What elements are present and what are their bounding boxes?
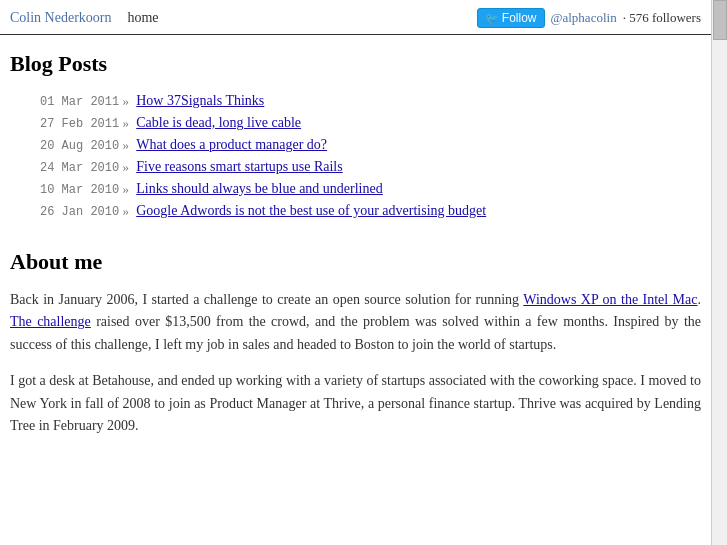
list-item: 27 Feb 2011 » Cable is dead, long live c… bbox=[10, 115, 701, 131]
post-separator: » bbox=[119, 181, 132, 197]
post-link[interactable]: Five reasons smart startups use Rails bbox=[136, 159, 342, 175]
post-separator: » bbox=[119, 115, 132, 131]
challenge-link[interactable]: The challenge bbox=[10, 314, 91, 329]
list-item: 26 Jan 2010 » Google Adwords is not the … bbox=[10, 203, 701, 219]
home-link[interactable]: home bbox=[127, 10, 158, 25]
header-nav: home bbox=[127, 10, 158, 26]
post-date: 10 Mar 2010 bbox=[40, 183, 119, 197]
post-separator: » bbox=[119, 203, 132, 219]
blog-posts-title: Blog Posts bbox=[10, 51, 701, 77]
list-item: 01 Mar 2011 » How 37Signals Thinks bbox=[10, 93, 701, 109]
post-date: 24 Mar 2010 bbox=[40, 161, 119, 175]
list-item: 24 Mar 2010 » Five reasons smart startup… bbox=[10, 159, 701, 175]
main-content: Blog Posts 01 Mar 2011 » How 37Signals T… bbox=[0, 35, 711, 471]
list-item: 10 Mar 2010 » Links should always be blu… bbox=[10, 181, 701, 197]
scrollbar-thumb[interactable] bbox=[713, 0, 727, 40]
site-name-link[interactable]: Colin Nederkoorn bbox=[10, 10, 111, 26]
scrollbar[interactable] bbox=[711, 0, 727, 545]
post-date: 26 Jan 2010 bbox=[40, 205, 119, 219]
post-separator: » bbox=[119, 137, 132, 153]
post-date: 27 Feb 2011 bbox=[40, 117, 119, 131]
about-paragraph-1: Back in January 2006, I started a challe… bbox=[10, 289, 701, 356]
post-date: 20 Aug 2010 bbox=[40, 139, 119, 153]
post-link[interactable]: Cable is dead, long live cable bbox=[136, 115, 301, 131]
header-right: 🐦 Follow @alphacolin · 576 followers bbox=[477, 8, 701, 28]
post-link[interactable]: How 37Signals Thinks bbox=[136, 93, 264, 109]
post-separator: » bbox=[119, 159, 132, 175]
follow-label: Follow bbox=[502, 11, 537, 25]
blog-posts-section: Blog Posts 01 Mar 2011 » How 37Signals T… bbox=[10, 51, 701, 219]
twitter-handle[interactable]: @alphacolin bbox=[551, 10, 617, 26]
post-link[interactable]: What does a product manager do? bbox=[136, 137, 327, 153]
follow-button[interactable]: 🐦 Follow bbox=[477, 8, 545, 28]
list-item: 20 Aug 2010 » What does a product manage… bbox=[10, 137, 701, 153]
about-paragraph-2: I got a desk at Betahouse, and ended up … bbox=[10, 370, 701, 437]
about-text-post: raised over $13,500 from the crowd, and … bbox=[10, 314, 701, 351]
about-title: About me bbox=[10, 249, 701, 275]
about-text-pre: Back in January 2006, I started a challe… bbox=[10, 292, 523, 307]
post-separator: » bbox=[119, 93, 132, 109]
post-date: 01 Mar 2011 bbox=[40, 95, 119, 109]
followers-count: · 576 followers bbox=[623, 10, 701, 26]
windows-xp-link[interactable]: Windows XP on the Intel Mac bbox=[523, 292, 697, 307]
site-header: Colin Nederkoorn home 🐦 Follow @alphacol… bbox=[0, 0, 711, 35]
post-link[interactable]: Links should always be blue and underlin… bbox=[136, 181, 383, 197]
twitter-bird-icon: 🐦 bbox=[485, 12, 499, 25]
post-link[interactable]: Google Adwords is not the best use of yo… bbox=[136, 203, 486, 219]
about-text-mid: . bbox=[698, 292, 702, 307]
about-section: About me Back in January 2006, I started… bbox=[10, 249, 701, 437]
